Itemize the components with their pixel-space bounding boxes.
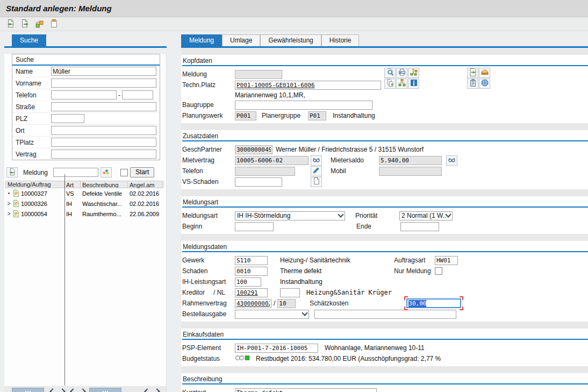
col-header-beschreibung[interactable]: Beschreibung [81, 181, 128, 188]
rahmenvertrag-input[interactable] [235, 299, 271, 308]
scroll-right-button[interactable] [78, 388, 87, 392]
planergruppe-field[interactable] [308, 111, 326, 120]
name-input[interactable] [51, 67, 156, 76]
plz-input[interactable] [51, 114, 84, 123]
vsschaden-input[interactable] [235, 177, 282, 187]
scroll-left-button[interactable] [48, 388, 56, 392]
scrollbar-thumb[interactable] [12, 388, 44, 392]
display-mietersaldo-button[interactable] [446, 155, 457, 166]
print-button[interactable] [396, 68, 407, 78]
expand-chevron-icon[interactable]: > [6, 201, 11, 206]
start-button[interactable]: Start [130, 167, 154, 177]
prioritaet-select[interactable]: 2 Normal (1 W... [399, 211, 453, 220]
tplatz-input[interactable] [51, 138, 156, 147]
search-start-checkbox[interactable] [120, 169, 128, 176]
ort-label: Ort [16, 127, 51, 134]
tab-gewaehrleistung[interactable]: Gewährleistung [260, 34, 321, 46]
chevron-down-icon [445, 211, 451, 217]
ende-input[interactable] [400, 222, 439, 231]
edit-button[interactable] [311, 166, 322, 176]
kreditor-text: Heizung&Sanitär Krüger [306, 289, 392, 296]
checkin-doc-button[interactable] [5, 19, 16, 29]
planungswerk-label: Planungswerk [182, 112, 235, 119]
telefon-input[interactable] [51, 90, 117, 99]
left-tabstrip: Suche [4, 34, 167, 46]
mietvertrag-field[interactable] [235, 156, 309, 165]
kreditor-input[interactable] [235, 288, 268, 297]
add-to-hierarchy-button[interactable] [408, 68, 419, 78]
scroll-right-button[interactable] [153, 388, 161, 392]
meldungsart-select[interactable]: IH IH-Störmeldung [235, 211, 345, 220]
rahmenvertrag-row: Rahmenvertrag / Schätzkosten 30,00 [182, 298, 588, 309]
baugruppe-input[interactable] [235, 101, 372, 110]
display-mietvertrag-button[interactable] [311, 155, 322, 166]
structure-overview-button[interactable] [396, 79, 407, 89]
expand-chevron-icon[interactable]: > [6, 211, 11, 217]
display-detail-button[interactable] [384, 68, 396, 78]
table-row[interactable]: • 10000327 VS Defekte Ventile 02.02.2016 [5, 188, 164, 198]
info-button[interactable] [408, 79, 419, 89]
col-header-art[interactable]: Art [64, 181, 81, 188]
table-row[interactable]: > 10000326 IH Waschtischar... 02.02.2016 [5, 198, 164, 209]
scrollbar-thumb[interactable] [89, 388, 121, 392]
gewerk-input[interactable] [235, 256, 268, 265]
tab-suche[interactable]: Suche [12, 34, 46, 46]
checkout-doc-button[interactable] [19, 19, 30, 29]
hierarchy-icon [398, 79, 406, 89]
planungswerk-field[interactable] [235, 111, 256, 120]
nurmeldung-checkbox[interactable] [435, 267, 442, 275]
vertrag-input[interactable] [51, 149, 156, 159]
tab-meldung[interactable]: Meldung [181, 34, 222, 46]
schaetzkosten-input[interactable]: 30,00 [406, 298, 461, 308]
copy-structure-button[interactable] [34, 19, 45, 29]
meldung-search-input[interactable] [53, 168, 98, 177]
scroll-left-button[interactable] [143, 388, 151, 392]
multiple-selection-button[interactable] [101, 167, 112, 177]
telefon-ext-input[interactable] [122, 90, 153, 99]
paste-clipboard-button[interactable] [48, 19, 59, 29]
table-row[interactable]: > 10000054 IH Raumthermo... 22.06.2009 [5, 209, 164, 219]
shop-button[interactable] [479, 68, 490, 78]
technplatz-input[interactable] [235, 81, 381, 90]
bestellausgabe-input[interactable] [314, 310, 456, 319]
auftragsart-field[interactable] [435, 256, 458, 265]
col-header-meldung-auftrag[interactable]: Meldung/Auftrag [5, 181, 64, 188]
tab-historie[interactable]: Historie [321, 34, 360, 46]
budget-status-lights-icon [235, 354, 252, 364]
leistungsart-input[interactable] [235, 277, 261, 287]
col-header-angelam[interactable]: Angel.am [128, 181, 162, 188]
mietersaldo-field[interactable] [379, 156, 442, 165]
internet-button[interactable] [479, 79, 490, 89]
column-split-divider[interactable] [64, 174, 65, 386]
meldung-id: 10000327 [21, 190, 47, 197]
leistungsart-label: IH-Leistungsart [182, 278, 235, 286]
create-document-button[interactable] [311, 177, 322, 187]
psp-input[interactable] [235, 344, 318, 353]
rahmenvertrag-separator: / [274, 300, 275, 307]
zusatz-telefon-field[interactable] [235, 167, 295, 176]
vorname-input[interactable] [51, 79, 156, 88]
scroll-right-button[interactable] [58, 388, 66, 392]
kreditor-nl-input[interactable] [280, 288, 300, 297]
bestellausgabe-select[interactable] [235, 310, 309, 319]
technplatz-label: Techn.Platz [182, 81, 235, 89]
attachment-button[interactable] [467, 79, 478, 89]
copy-document-button[interactable] [384, 79, 396, 89]
results-table-header: Meldung/Auftrag Art Beschreibung Angel.a… [5, 181, 164, 188]
schaden-input[interactable] [235, 267, 268, 276]
load-meldung-button[interactable] [6, 167, 18, 177]
section-beschreibung: Beschreibung Kurztext [181, 373, 588, 392]
scroll-left-button[interactable] [69, 388, 77, 392]
geschpartner-field[interactable] [235, 145, 273, 154]
ort-input[interactable] [51, 126, 156, 135]
rahmenvertrag-pos-field[interactable] [277, 299, 296, 308]
meldung-number-field[interactable] [235, 70, 282, 79]
kurztext-input[interactable] [235, 388, 377, 392]
section-meldungsdaten: Meldungsdaten Gewerk Heizung-/ Sanitärte… [181, 241, 588, 322]
mobil-field[interactable] [379, 167, 442, 176]
transfer-document-button[interactable] [467, 68, 478, 78]
strasse-input[interactable] [51, 102, 156, 111]
beginn-input[interactable] [235, 222, 274, 231]
tab-umlage[interactable]: Umlage [222, 34, 260, 46]
schaden-text: Therme defekt [280, 267, 394, 275]
